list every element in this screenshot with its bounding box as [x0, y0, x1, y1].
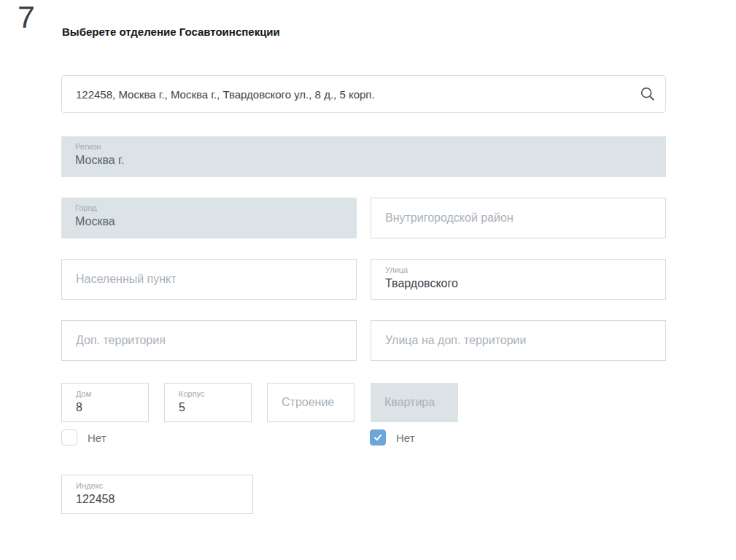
apartment-no-checkbox[interactable] — [370, 429, 386, 446]
building-field: Корпус — [164, 383, 252, 422]
city-label: Город — [75, 203, 357, 213]
step-number: 7 — [18, 1, 35, 33]
address-search-box — [61, 75, 666, 113]
region-input — [75, 154, 619, 167]
address-search-input[interactable] — [62, 76, 630, 112]
region-field: Регион — [61, 136, 666, 177]
apartment-input — [384, 396, 452, 409]
street-input[interactable] — [385, 277, 643, 290]
postal-index-input[interactable] — [76, 493, 239, 506]
apartment-field — [371, 383, 458, 422]
house-label: Дом — [76, 389, 148, 399]
structure-field — [267, 383, 355, 422]
district-input[interactable] — [385, 211, 643, 225]
territory-street-input[interactable] — [385, 334, 643, 347]
territory-field — [61, 320, 357, 361]
structure-input[interactable] — [282, 396, 348, 409]
building-input[interactable] — [179, 401, 245, 414]
apartment-no-label: Нет — [396, 432, 415, 444]
search-icon[interactable] — [630, 86, 665, 102]
building-label: Корпус — [179, 389, 251, 399]
postal-index-field: Индекс — [61, 475, 253, 514]
street-label: Улица — [385, 265, 665, 275]
page-title: Выберете отделение Госавтоинспекции — [62, 26, 280, 38]
territory-input[interactable] — [76, 334, 333, 347]
gibdd-address-form-page: 7 Выберете отделение Госавтоинспекции Ре… — [0, 0, 736, 560]
house-no-checkbox-group[interactable]: Нет — [61, 429, 106, 446]
territory-street-field — [371, 320, 666, 361]
apartment-no-checkbox-group[interactable]: Нет — [370, 429, 415, 446]
house-no-checkbox[interactable] — [61, 429, 77, 446]
checkmark-icon — [373, 432, 383, 443]
region-label: Регион — [75, 141, 666, 152]
city-field: Город — [61, 198, 357, 238]
postal-index-label: Индекс — [76, 481, 252, 491]
checkbox-row: Нет Нет — [61, 429, 666, 446]
settlement-field — [61, 259, 357, 300]
house-field: Дом — [61, 383, 149, 422]
district-field — [371, 198, 666, 238]
house-input[interactable] — [76, 401, 142, 414]
house-no-label: Нет — [88, 432, 106, 444]
city-input — [75, 215, 334, 228]
street-field: Улица — [371, 259, 666, 300]
settlement-input[interactable] — [76, 273, 333, 286]
address-form: Регион Город Улица — [61, 75, 666, 514]
